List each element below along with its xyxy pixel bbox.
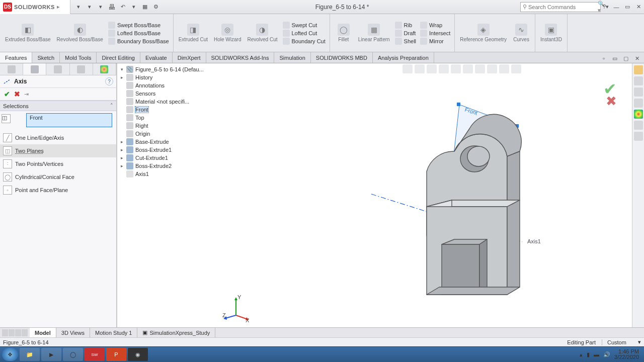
tab-analysis-prep[interactable]: Analysis Preparation: [373, 52, 434, 63]
resources-icon[interactable]: [634, 65, 643, 74]
bottom-tab-motion[interactable]: Motion Study 1: [90, 328, 137, 337]
orientation-triad[interactable]: Y X Z: [222, 295, 250, 322]
revolved-cut-button[interactable]: ◑Revolved Cut: [244, 23, 280, 43]
doc-close-icon[interactable]: ✕: [632, 53, 642, 63]
tab-evaluate[interactable]: Evaluate: [140, 52, 173, 63]
selection-list[interactable]: Front: [26, 113, 112, 127]
view-settings-icon[interactable]: [511, 64, 521, 73]
pm-pin-icon[interactable]: ⇥: [24, 91, 29, 98]
tree-boss-extrude1[interactable]: ▸Boss-Extrude1: [117, 146, 215, 154]
wrap-button[interactable]: Wrap: [420, 22, 450, 29]
tree-cut-extrude1[interactable]: ▸Cut-Extrude1: [117, 154, 215, 162]
forum-icon[interactable]: [634, 132, 643, 141]
tree-annotations[interactable]: Annotations: [117, 81, 215, 89]
doc-minimize-icon[interactable]: ▫: [599, 53, 609, 63]
lofted-boss-button[interactable]: Lofted Boss/Base: [108, 30, 169, 37]
extruded-boss-button[interactable]: ◧Extruded Boss/Base: [2, 23, 54, 43]
tree-axis1[interactable]: Axis1: [117, 170, 215, 178]
revolved-boss-button[interactable]: ◐Revolved Boss/Base: [54, 23, 106, 43]
explorer-icon[interactable]: 📁: [20, 348, 40, 361]
graphics-viewport[interactable]: ✔ ✖ Axis1 Front: [215, 63, 632, 327]
pm-ok-button[interactable]: ✔: [4, 90, 10, 98]
tab-dimxpert[interactable]: DimXpert: [173, 52, 206, 63]
previous-view-icon[interactable]: [427, 64, 437, 73]
section-view-icon[interactable]: [439, 64, 449, 73]
apply-scene-icon[interactable]: [499, 64, 509, 73]
help-icon[interactable]: ?▾: [601, 2, 611, 12]
property-manager-tab[interactable]: [23, 63, 46, 75]
tree-front-plane[interactable]: Front: [117, 106, 215, 114]
print-icon[interactable]: 🖶: [107, 2, 117, 12]
opt-two-planes[interactable]: ◫Two Planes: [0, 144, 116, 157]
rib-button[interactable]: Rib: [395, 22, 416, 29]
tab-next-icon[interactable]: [15, 329, 21, 336]
start-button[interactable]: ❖: [2, 348, 18, 361]
options-icon[interactable]: ⚙: [151, 2, 161, 12]
tray-clock[interactable]: 1:46 PM3/22/2020: [614, 349, 639, 360]
draft-button[interactable]: Draft: [395, 30, 416, 37]
tray-network-icon[interactable]: ▮: [587, 351, 590, 358]
minimize-button[interactable]: —: [611, 2, 622, 12]
tab-sketch[interactable]: Sketch: [32, 52, 60, 63]
opt-cylindrical[interactable]: ◯Cylindrical/Conical Face: [0, 170, 116, 184]
bottom-tab-3dviews[interactable]: 3D Views: [56, 328, 90, 337]
tab-addins[interactable]: SOLIDWORKS Add-Ins: [206, 52, 275, 63]
bottom-tab-simxpress[interactable]: ▣SimulationXpress_Study: [137, 328, 215, 337]
tray-up-icon[interactable]: ▴: [580, 351, 583, 358]
configuration-manager-tab[interactable]: [46, 63, 69, 75]
tab-mbd[interactable]: SOLIDWORKS MBD: [311, 52, 373, 63]
tab-prev-icon[interactable]: [9, 329, 15, 336]
tray-volume-icon[interactable]: 🔊: [603, 351, 610, 358]
search-input[interactable]: [528, 4, 598, 10]
zoom-area-icon[interactable]: [415, 64, 425, 73]
pm-section-selections[interactable]: Selections˄: [0, 101, 116, 111]
custom-props-icon[interactable]: [634, 121, 643, 130]
open-icon[interactable]: ▾: [85, 2, 95, 12]
tab-last-icon[interactable]: [22, 329, 28, 336]
edit-appearance-icon[interactable]: [487, 64, 497, 73]
solidworks-taskbar-icon[interactable]: SW: [85, 348, 105, 361]
media-player-icon[interactable]: ▶: [41, 348, 61, 361]
swept-boss-button[interactable]: Swept Boss/Base: [108, 22, 169, 29]
tab-direct-editing[interactable]: Direct Editing: [97, 52, 140, 63]
display-style-icon[interactable]: [463, 64, 473, 73]
search-commands[interactable]: ⚲ 🔍▾: [520, 2, 601, 12]
dimxpert-manager-tab[interactable]: [70, 63, 93, 75]
restore-button[interactable]: ▭: [622, 2, 633, 12]
chrome-icon[interactable]: ◯: [63, 348, 83, 361]
tree-top-plane[interactable]: Top: [117, 114, 215, 122]
tab-first-icon[interactable]: [2, 329, 8, 336]
design-library-icon[interactable]: [634, 76, 643, 85]
powerpoint-icon[interactable]: P: [106, 348, 126, 361]
new-icon[interactable]: ▾: [73, 2, 84, 12]
extruded-cut-button[interactable]: ◨Extruded Cut: [176, 23, 211, 43]
pm-cancel-button[interactable]: ✖: [14, 90, 20, 98]
undo-icon[interactable]: ↶: [118, 2, 128, 12]
file-explorer-icon[interactable]: [634, 87, 643, 97]
tab-mold-tools[interactable]: Mold Tools: [60, 52, 97, 63]
curves-button[interactable]: ∿Curves: [510, 23, 533, 43]
close-button[interactable]: ✕: [633, 2, 644, 12]
tray-battery-icon[interactable]: ▬: [594, 351, 599, 357]
tab-simulation[interactable]: Simulation: [274, 52, 310, 63]
reference-geometry-button[interactable]: ◈Reference Geometry: [457, 23, 510, 43]
tab-features[interactable]: Features: [0, 52, 32, 63]
tree-sensors[interactable]: Sensors: [117, 89, 215, 98]
obs-icon[interactable]: ◉: [128, 348, 148, 361]
instant3d-button[interactable]: ▣Instant3D: [537, 23, 565, 43]
fillet-button[interactable]: ◯Fillet: [332, 23, 355, 43]
rebuild-icon[interactable]: ▦: [140, 2, 150, 12]
tree-origin[interactable]: Origin: [117, 130, 215, 138]
save-icon[interactable]: ▾: [96, 2, 106, 12]
opt-two-points[interactable]: ∶Two Points/Vertices: [0, 157, 116, 170]
hole-wizard-button[interactable]: ◎Hole Wizard: [211, 23, 244, 43]
view-palette-icon[interactable]: [634, 99, 643, 108]
opt-point-face[interactable]: ◦Point and Face/Plane: [0, 184, 116, 197]
status-custom[interactable]: Custom: [602, 339, 632, 345]
appearances-icon[interactable]: [634, 110, 643, 119]
shell-button[interactable]: Shell: [395, 38, 416, 45]
tree-material[interactable]: Material <not specifi...: [117, 98, 215, 106]
pm-help-icon[interactable]: ?: [105, 77, 113, 85]
tree-root[interactable]: ▾📎Figure_6-5 to 6-14 (Defau...: [117, 65, 215, 73]
boundary-cut-button[interactable]: Boundary Cut: [283, 38, 326, 45]
